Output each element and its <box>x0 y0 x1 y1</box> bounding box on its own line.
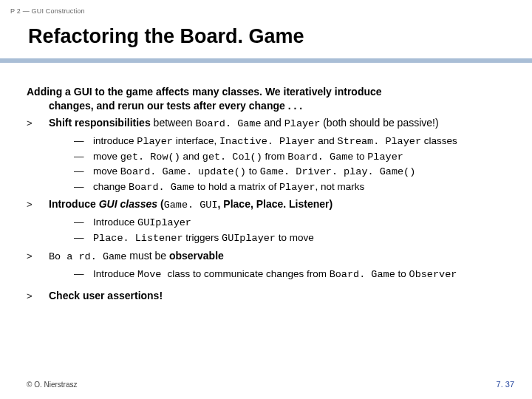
bullet-observable: > Bo a rd. Game must be observable <box>27 249 505 264</box>
bullet-marker: > <box>27 289 49 303</box>
footer-copyright: © O. Nierstrasz <box>27 381 78 389</box>
t: to <box>395 268 409 279</box>
list-item: —change Board. Game to hold a matrix of … <box>74 180 505 195</box>
txt: between <box>151 117 196 129</box>
code: Board. Game <box>330 269 395 280</box>
t: Introduce <box>49 198 99 210</box>
txt: change Board. Game to hold a matrix of P… <box>93 180 505 195</box>
sub-list-2: —Introduce GUIplayer —Place. Listener tr… <box>27 215 505 245</box>
code: Board. Game <box>195 118 261 129</box>
t: from <box>262 151 288 162</box>
code: Board. Game <box>129 182 194 193</box>
code: Stream. Player <box>338 136 421 147</box>
t: move <box>93 166 120 177</box>
t: and <box>180 151 202 162</box>
t: to hold a matrix of <box>194 181 279 192</box>
t: classes <box>421 135 457 146</box>
sub-list-3: —Introduce Move class to communicate cha… <box>27 267 505 282</box>
code: get. Row() <box>120 151 180 163</box>
list-item: —Place. Listener triggers GUIplayer to m… <box>74 231 505 246</box>
page-title: Refactoring the Board. Game <box>0 15 532 55</box>
code: Player <box>367 151 403 163</box>
t: class to communicate changes from <box>168 268 330 279</box>
code: Game. Driver. play. Game() <box>260 166 416 177</box>
breadcrumb: P 2 — GUI Construction <box>0 0 532 15</box>
txt: move Board. Game. update() to Game. Driv… <box>93 164 505 180</box>
bullet-body: Introduce GUI classes (Game. GUI, Place,… <box>49 197 505 212</box>
t: ( <box>157 198 164 210</box>
content: Adding a GUI to the game affects many cl… <box>0 63 532 303</box>
bullet-body: Check user assertions! <box>49 289 505 303</box>
dash-icon: — <box>74 231 93 246</box>
intro-line2: changes, and rerun our tests after every… <box>27 99 505 113</box>
t: interface, <box>173 135 219 146</box>
sub-list-1: —introduce Player interface, Inactive. P… <box>27 134 505 194</box>
list-item: —move get. Row() and get. Col() from Boa… <box>74 149 505 165</box>
txt: Shift responsibilities <box>49 117 151 129</box>
t: introduce <box>93 135 137 146</box>
t: GUI classes <box>99 198 157 210</box>
dash-icon: — <box>74 134 93 149</box>
t: move <box>93 151 120 162</box>
bullet-marker: > <box>27 249 49 264</box>
code: Game. GUI <box>164 200 218 211</box>
dash-icon: — <box>74 267 93 282</box>
intro-line1: Adding a GUI to the game affects many cl… <box>27 86 382 98</box>
t: Introduce <box>93 216 137 228</box>
code: Place. Listener <box>93 233 183 244</box>
bullet-marker: > <box>27 197 49 212</box>
bullet-check-assertions: > Check user assertions! <box>27 289 505 303</box>
code: Player <box>279 182 316 193</box>
list-item: —move Board. Game. update() to Game. Dri… <box>74 164 505 180</box>
dash-icon: — <box>74 149 93 165</box>
dash-icon: — <box>74 180 93 195</box>
code: GUIplayer <box>222 233 276 244</box>
code: Board. Game. update() <box>120 166 246 177</box>
bullet-body: Shift responsibilities between Board. Ga… <box>49 116 505 131</box>
intro-text: Adding a GUI to the game affects many cl… <box>27 85 505 113</box>
bullet-introduce-gui: > Introduce GUI classes (Game. GUI, Plac… <box>27 197 505 212</box>
list-item: —Introduce GUIplayer <box>74 215 505 231</box>
footer-page-number: 7. 37 <box>497 380 514 389</box>
t: , not marks <box>316 181 365 192</box>
txt: and <box>262 117 284 129</box>
dash-icon: — <box>74 215 93 231</box>
bullet-marker: > <box>27 116 49 131</box>
bullet-shift-responsibilities: > Shift responsibilities between Board. … <box>27 116 505 131</box>
bullet-body: Bo a rd. Game must be observable <box>49 249 505 264</box>
t: Introduce <box>93 268 137 279</box>
code: Inactive. Player <box>219 136 316 147</box>
code: Observer <box>409 269 457 280</box>
code: Player <box>284 118 321 129</box>
t: to <box>353 151 367 162</box>
t: must be <box>126 250 169 262</box>
t: to move <box>276 232 314 243</box>
t: and <box>316 135 338 146</box>
code: get. Col() <box>202 151 262 163</box>
txt: Introduce Move class to communicate chan… <box>93 267 505 282</box>
txt: (both should be passive!) <box>320 117 438 129</box>
t: observable <box>169 250 224 262</box>
t: triggers <box>183 232 222 243</box>
t: to <box>246 166 260 177</box>
list-item: —Introduce Move class to communicate cha… <box>74 267 505 282</box>
t: change <box>93 181 129 192</box>
code: Player <box>137 136 173 147</box>
code: Move <box>137 269 168 280</box>
dash-icon: — <box>74 164 93 180</box>
txt: introduce Player interface, Inactive. Pl… <box>93 134 505 149</box>
t: , Place, Place. Listener) <box>218 198 333 210</box>
txt: move get. Row() and get. Col() from Boar… <box>93 149 505 165</box>
code: GUIplayer <box>137 217 191 228</box>
code: Board. Game <box>287 151 353 163</box>
txt: Place. Listener triggers GUIplayer to mo… <box>93 231 505 246</box>
code: Bo a rd. Game <box>49 251 126 262</box>
txt: Introduce GUIplayer <box>93 215 505 231</box>
list-item: —introduce Player interface, Inactive. P… <box>74 134 505 149</box>
